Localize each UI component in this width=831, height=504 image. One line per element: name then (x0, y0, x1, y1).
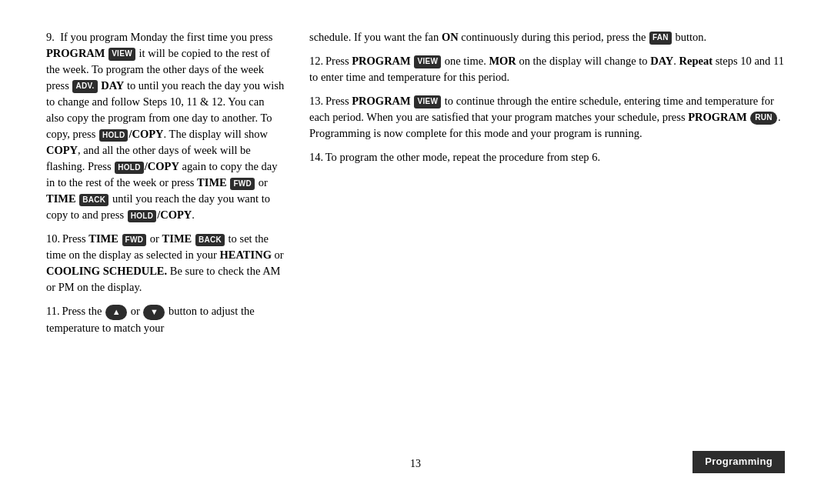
view-badge-2: VIEW (414, 55, 441, 68)
para-12: 12. Press PROGRAM VIEW one time. MOR on … (309, 53, 785, 85)
para-11: 11. Press the ▲ or ▼ button to adjust th… (46, 303, 285, 336)
copy-label-3: /COPY (157, 209, 192, 221)
para14-text: 14. To program the other mode, repeat th… (309, 151, 600, 163)
hold-badge-2: HOLD (115, 162, 144, 175)
hold-badge-3: HOLD (128, 210, 157, 223)
copy-label-display: COPY (46, 144, 78, 156)
para13-text: 13. Press PROGRAM VIEW to continue throu… (309, 95, 781, 139)
time-label-1: TIME (197, 176, 227, 189)
back-badge-1: BACK (79, 194, 108, 207)
repeat-label: Repeat (679, 55, 713, 67)
para11-text: 11. Press the ▲ or ▼ button to adjust th… (46, 305, 255, 334)
program-label-3: PROGRAM (352, 95, 411, 107)
para-14: 14. To program the other mode, repeat th… (309, 149, 785, 165)
adv-badge: ADV. (72, 80, 97, 93)
page-number: 13 (46, 456, 785, 472)
content-columns: 9. If you program Monday the first time … (46, 29, 785, 450)
view-badge-1: VIEW (108, 48, 135, 61)
schedule-text: schedule. If you want the fan ON continu… (309, 31, 706, 43)
on-label: ON (442, 31, 459, 43)
day-label-1: DAY (101, 79, 124, 92)
program-label-1: PROGRAM (46, 47, 105, 59)
page-footer: 13 Programming (46, 456, 785, 473)
run-badge: RUN (750, 112, 777, 125)
para-9: 9. If you program Monday the first time … (46, 29, 285, 223)
para-schedule: schedule. If you want the fan ON continu… (309, 29, 785, 45)
cooling-label: COOLING SCHEDULE. (46, 265, 167, 277)
programming-tab: Programming (692, 451, 785, 473)
program-label-2: PROGRAM (352, 55, 411, 67)
para12-text: 12. Press PROGRAM VIEW one time. MOR on … (309, 55, 784, 83)
left-column: 9. If you program Monday the first time … (46, 29, 285, 450)
para-10: 10. Press TIME FWD or TIME BACK to set t… (46, 231, 285, 295)
copy-label-2: /COPY (145, 160, 179, 172)
fwd-badge-1: FWD (230, 178, 255, 191)
time-label-4: TIME (162, 232, 192, 245)
mor-label: MOR (489, 55, 516, 67)
right-column: schedule. If you want the fan ON continu… (309, 29, 785, 450)
page-container: 9. If you program Monday the first time … (0, 0, 831, 504)
hold-badge-1: HOLD (99, 129, 128, 142)
para9-text: 9. If you program Monday the first time … (46, 31, 284, 221)
copy-label-1: /COPY (128, 128, 163, 140)
up-arrow-badge: ▲ (105, 305, 127, 320)
time-label-2: TIME (46, 192, 76, 205)
time-label-3: TIME (88, 232, 118, 245)
fwd-badge-2: FWD (122, 234, 147, 247)
para10-text: 10. Press TIME FWD or TIME BACK to set t… (46, 232, 284, 293)
down-arrow-badge: ▼ (143, 305, 165, 320)
para-13: 13. Press PROGRAM VIEW to continue throu… (309, 93, 785, 142)
program-label-4: PROGRAM (688, 111, 747, 123)
back-badge-2: BACK (195, 234, 225, 247)
day-label-2: DAY (650, 55, 673, 67)
fan-badge: FAN (649, 32, 672, 45)
view-badge-3: VIEW (414, 95, 441, 108)
heating-label: HEATING (220, 249, 272, 261)
